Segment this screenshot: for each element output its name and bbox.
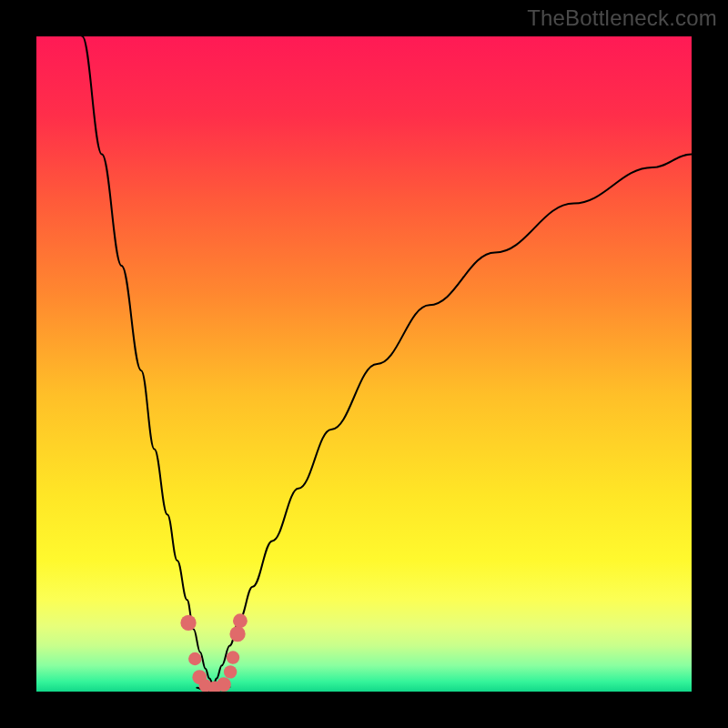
data-marker: [217, 677, 231, 692]
data-marker: [180, 615, 196, 631]
series-right-branch: [213, 155, 692, 685]
data-marker: [233, 613, 248, 628]
data-marker: [188, 652, 201, 665]
data-marker: [227, 651, 239, 663]
watermark-text: TheBottleneck.com: [527, 5, 717, 31]
data-marker: [229, 626, 245, 642]
bottleneck-curve: [36, 36, 692, 692]
plot-area: [36, 36, 692, 692]
series-left-branch: [82, 36, 213, 685]
data-marker: [224, 665, 237, 678]
chart-frame: TheBottleneck.com: [0, 0, 728, 728]
